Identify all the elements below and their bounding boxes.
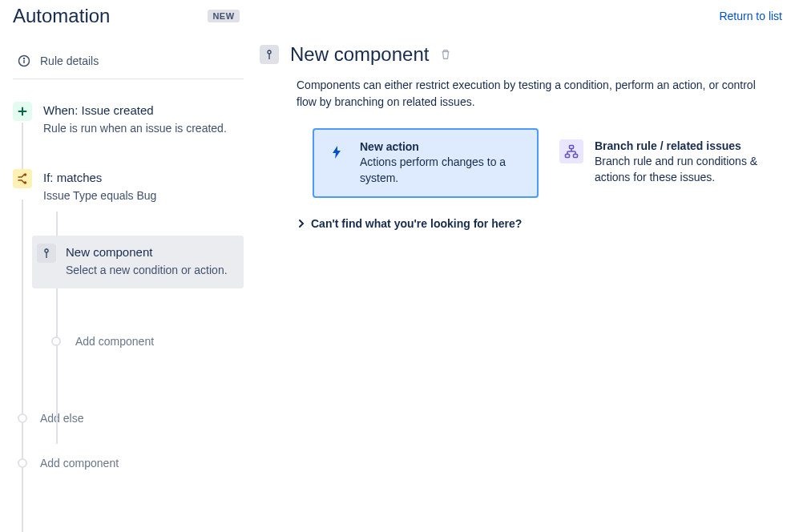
chevron-right-icon: [297, 219, 306, 228]
svg-rect-14: [566, 155, 570, 158]
info-icon: [18, 54, 30, 67]
hierarchy-icon: [559, 139, 583, 163]
trash-icon: [440, 49, 451, 60]
trigger-desc: Rule is run when an issue is created.: [43, 120, 244, 136]
trigger-step[interactable]: When: Issue created Rule is run when an …: [13, 102, 244, 137]
new-component-title: New component: [66, 244, 236, 260]
component-icon: [260, 45, 279, 64]
svg-point-10: [268, 50, 271, 54]
add-component-nested[interactable]: Add component: [46, 335, 244, 348]
lightning-icon: [325, 140, 349, 164]
add-component-nested-label: Add component: [75, 335, 154, 348]
page-title: Automation: [13, 5, 110, 27]
svg-rect-15: [574, 155, 578, 158]
add-else-label: Add else: [40, 412, 83, 425]
plus-icon: [13, 102, 32, 121]
new-action-card[interactable]: New action Actions perform changes to a …: [313, 128, 539, 198]
cant-find-label: Can't find what you're looking for here?: [311, 217, 522, 230]
add-component-label: Add component: [40, 457, 119, 470]
panel-title: New component: [290, 43, 429, 66]
add-else[interactable]: Add else: [13, 412, 244, 425]
new-badge: NEW: [208, 10, 239, 22]
svg-point-6: [25, 182, 26, 183]
condition-desc: Issue Type equals Bug: [43, 187, 244, 204]
svg-point-2: [24, 58, 25, 59]
condition-step[interactable]: If: matches Issue Type equals Bug: [13, 169, 244, 204]
new-action-desc: Actions perform changes to a system.: [360, 155, 527, 186]
rule-details-link[interactable]: Rule details: [13, 43, 244, 79]
delete-button[interactable]: [440, 49, 451, 60]
branch-rule-desc: Branch rule and run conditions & actions…: [595, 154, 761, 185]
circle-icon: [18, 413, 27, 423]
return-to-list-link[interactable]: Return to list: [719, 10, 782, 22]
component-icon: [37, 244, 56, 263]
trigger-title: When: Issue created: [43, 103, 244, 119]
new-action-title: New action: [360, 140, 527, 153]
circle-icon: [51, 337, 61, 346]
branch-icon: [13, 169, 32, 188]
rule-details-label: Rule details: [40, 54, 99, 67]
condition-title: If: matches: [43, 170, 244, 186]
svg-point-5: [25, 174, 26, 175]
add-component[interactable]: Add component: [13, 457, 244, 470]
svg-point-7: [45, 249, 48, 252]
svg-rect-13: [570, 146, 574, 149]
panel-description: Components can either restrict execution…: [297, 77, 765, 111]
new-component-desc: Select a new condition or action.: [66, 262, 236, 278]
new-component-step[interactable]: New component Select a new condition or …: [32, 236, 244, 288]
circle-icon: [18, 458, 27, 468]
branch-rule-card[interactable]: Branch rule / related issues Branch rule…: [548, 128, 773, 198]
branch-rule-title: Branch rule / related issues: [595, 139, 761, 152]
cant-find-expander[interactable]: Can't find what you're looking for here?: [297, 217, 773, 230]
